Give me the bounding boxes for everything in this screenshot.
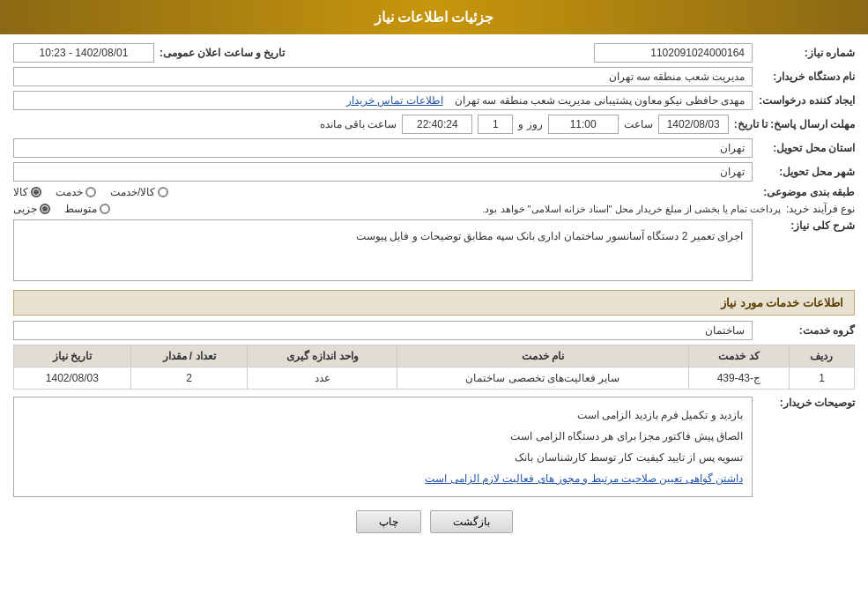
need-number-value: 1102091024000164 <box>594 43 753 63</box>
radio-khadamat-dot <box>85 187 96 197</box>
cell-row-num: 1 <box>789 368 854 390</box>
province-label: استان محل تحویل: <box>758 142 855 154</box>
radio-motawaset-dot <box>100 204 110 214</box>
category-option-khadamat[interactable]: خدمت <box>56 186 96 198</box>
description-row: شرح کلی نیاز: اجرای تعمیر 2 دستگاه آسانس… <box>13 219 855 281</box>
description-label: شرح کلی نیاز: <box>758 219 855 232</box>
table-row: 1 ج-43-439 سایر فعالیت‌های تخصصی ساختمان… <box>14 368 855 390</box>
radio-jozi-dot <box>40 204 50 214</box>
deadline-label: مهلت ارسال پاسخ: تا تاریخ: <box>734 118 855 130</box>
category-khadamat-label: خدمت <box>56 186 83 198</box>
service-group-row: گروه خدمت: ساختمان <box>13 321 855 340</box>
purchase-type-jozi-label: جزیی <box>13 203 37 215</box>
category-kala-label: کالا <box>13 186 28 198</box>
category-row: طبقه بندی موضوعی: کالا/خدمت خدمت کالا <box>13 186 855 198</box>
content-area: شماره نیاز: 1102091024000164 تاریخ و ساع… <box>0 34 868 555</box>
category-radio-group: کالا/خدمت خدمت کالا <box>13 186 753 198</box>
creator-name: مهدی حافظی نیکو معاون پشتیبانی مدیریت شع… <box>455 94 745 107</box>
buyer-desc-label: توصیحات خریدار: <box>758 397 855 409</box>
buyer-desc-row: توصیحات خریدار: بازدید و تکمیل فرم بازدی… <box>13 397 855 497</box>
col-code: کد خدمت <box>688 345 789 368</box>
cell-name: سایر فعالیت‌های تخصصی ساختمان <box>397 368 689 390</box>
col-name: نام خدمت <box>397 345 689 368</box>
category-option-kala[interactable]: کالا <box>13 186 41 198</box>
description-value: اجرای تعمیر 2 دستگاه آسانسور ساختمان ادا… <box>13 219 753 281</box>
cell-date: 1402/08/03 <box>14 368 131 390</box>
purchase-type-radio-group: متوسط جزیی <box>13 203 110 215</box>
back-button[interactable]: بازگشت <box>430 510 513 533</box>
announcement-date-value: 1402/08/01 - 10:23 <box>13 43 154 63</box>
creator-contact-link[interactable]: اطلاعات تماس خریدار <box>346 94 443 107</box>
buyer-desc-line-2: الصاق پیش فاکتور مجزا برای هر دستگاه الز… <box>23 426 743 447</box>
category-label: طبقه بندی موضوعی: <box>758 186 855 198</box>
deadline-row: مهلت ارسال پاسخ: تا تاریخ: 1402/08/03 سا… <box>13 115 855 134</box>
deadline-date: 1402/08/03 <box>658 115 729 134</box>
purchase-type-label: نوع فرآیند خرید: <box>786 203 855 215</box>
cell-count: 2 <box>130 368 248 390</box>
city-value: تهران <box>13 162 753 182</box>
service-group-label: گروه خدمت: <box>758 324 855 337</box>
deadline-time-label: ساعت <box>624 118 653 130</box>
city-label: شهر محل تحویل: <box>758 166 855 178</box>
creator-value: مهدی حافظی نیکو معاون پشتیبانی مدیریت شع… <box>13 91 753 110</box>
buyer-desc-line-3: تسویه پس از تایید کیفیت کار توسط کارشناس… <box>23 447 743 468</box>
announcement-date-label: تاریخ و ساعت اعلان عمومی: <box>160 47 285 59</box>
deadline-remaining: 22:40:24 <box>402 115 472 134</box>
page-title: جزئیات اطلاعات نیاز <box>375 10 494 25</box>
buyer-org-row: نام دستگاه خریدار: مدیریت شعب منطقه سه ت… <box>13 67 855 86</box>
deadline-days: 1 <box>478 115 513 134</box>
category-kala-khadamat-label: کالا/خدمت <box>110 186 155 198</box>
print-button[interactable]: چاپ <box>356 510 421 533</box>
deadline-days-label: روز و <box>518 118 542 130</box>
cell-unit: عدد <box>248 368 397 390</box>
purchase-type-option-jozi[interactable]: جزیی <box>13 203 50 215</box>
purchase-type-motawaset-label: متوسط <box>64 203 97 215</box>
deadline-time: 11:00 <box>548 115 619 134</box>
services-table: ردیف کد خدمت نام خدمت واحد اندازه گیری ت… <box>13 345 855 390</box>
service-group-value: ساختمان <box>13 321 753 340</box>
creator-label: ایجاد کننده درخواست: <box>758 94 855 107</box>
buttons-row: بازگشت چاپ <box>13 510 855 533</box>
need-number-label: شماره نیاز: <box>758 47 855 59</box>
col-count: تعداد / مقدار <box>130 345 248 368</box>
radio-kala-khadamat-dot <box>158 187 168 197</box>
buyer-desc-line-1: بازدید و تکمیل فرم بازدید الزامی است <box>23 405 743 426</box>
buyer-desc-value: بازدید و تکمیل فرم بازدید الزامی است الص… <box>13 397 753 497</box>
creator-row: ایجاد کننده درخواست: مهدی حافظی نیکو معا… <box>13 91 855 110</box>
col-row-num: ردیف <box>789 345 854 368</box>
purchase-type-row: نوع فرآیند خرید: پرداخت تمام یا بخشی از … <box>13 203 855 215</box>
province-value: تهران <box>13 138 753 158</box>
province-row: استان محل تحویل: تهران <box>13 138 855 158</box>
services-section-header: اطلاعات خدمات مورد نیاز <box>13 290 855 316</box>
city-row: شهر محل تحویل: تهران <box>13 162 855 182</box>
radio-kala-dot <box>31 187 41 197</box>
purchase-type-option-motawaset[interactable]: متوسط <box>64 203 110 215</box>
need-number-row: شماره نیاز: 1102091024000164 تاریخ و ساع… <box>13 43 855 63</box>
col-unit: واحد اندازه گیری <box>248 345 397 368</box>
page-header: جزئیات اطلاعات نیاز <box>0 0 868 34</box>
deadline-remaining-label: ساعت باقی مانده <box>320 118 397 130</box>
purchase-type-note: پرداخت تمام یا بخشی از مبلغ خریدار محل "… <box>482 204 781 215</box>
category-option-kala-khadamat[interactable]: کالا/خدمت <box>110 186 168 198</box>
buyer-org-value: مدیریت شعب منطقه سه تهران <box>13 67 753 86</box>
col-date: تاریخ نیاز <box>14 345 131 368</box>
cell-code: ج-43-439 <box>688 368 789 390</box>
buyer-desc-line-4[interactable]: داشتن گواهی تعیین صلاحیت مرتبط و مجوز ها… <box>23 468 743 489</box>
page-wrapper: جزئیات اطلاعات نیاز شماره نیاز: 11020910… <box>0 0 868 609</box>
buyer-org-label: نام دستگاه خریدار: <box>758 71 855 83</box>
